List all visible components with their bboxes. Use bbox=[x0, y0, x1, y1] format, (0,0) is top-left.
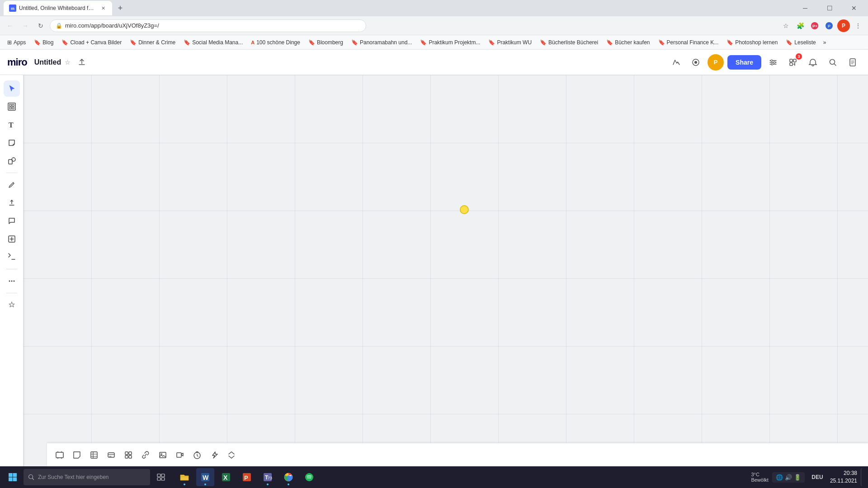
bottom-collapse-button[interactable] bbox=[224, 448, 239, 462]
svg-rect-11 bbox=[790, 59, 793, 62]
taskbar-chrome-button[interactable] bbox=[279, 468, 297, 486]
bookmark-buecherliste[interactable]: 🔖 Bücherliste Bücherei bbox=[536, 38, 602, 47]
bookmark-blog-label: Blog bbox=[42, 39, 53, 46]
bookmark-social[interactable]: 🔖 Social Media Mana... bbox=[180, 38, 246, 47]
bookmark-canva[interactable]: 🔖 Cload + Canva Bilder bbox=[58, 38, 125, 47]
language-indicator[interactable]: DEU bbox=[808, 468, 826, 486]
bookmark-praktikum-wu[interactable]: 🔖 Praktikum WU bbox=[485, 38, 535, 47]
bookmark-praktikum-proj[interactable]: 🔖 Praktikum Projektm... bbox=[416, 38, 484, 47]
frames-tool-button[interactable] bbox=[4, 99, 20, 115]
browser-menu-button[interactable]: ⋮ bbox=[852, 19, 864, 32]
notifications-button[interactable] bbox=[805, 54, 821, 70]
taskbar-explorer-button[interactable] bbox=[175, 468, 193, 486]
bookmark-photoshop[interactable]: 🔖 Photoshop lernen bbox=[723, 38, 781, 47]
taskbar-teams-button[interactable]: T 73 bbox=[259, 468, 277, 486]
bookmark-apps[interactable]: ⊞ Apps bbox=[4, 38, 29, 47]
minimize-button[interactable]: ─ bbox=[795, 0, 816, 16]
embed-tool-button[interactable] bbox=[4, 249, 20, 265]
taskbar-search[interactable]: Zur Suche Text hier eingeben bbox=[24, 469, 150, 485]
extension-1-button[interactable]: P+ bbox=[808, 19, 821, 32]
bookmark-dinner[interactable]: 🔖 Dinner & Crime bbox=[126, 38, 179, 47]
bottom-bolt-button[interactable] bbox=[207, 448, 222, 462]
svg-text:73: 73 bbox=[268, 476, 272, 480]
bottom-sticky-button[interactable] bbox=[70, 448, 84, 462]
taskbar-spotify-button[interactable] bbox=[300, 468, 318, 486]
back-button[interactable]: ← bbox=[4, 19, 16, 32]
bookmark-buecher-kaufen-label: Bücher kaufen bbox=[615, 39, 650, 46]
svg-text:P+: P+ bbox=[812, 24, 817, 28]
ai-tool-button[interactable] bbox=[4, 297, 20, 313]
taskbar-clock[interactable]: 20:38 25.11.2021 bbox=[830, 469, 857, 485]
svg-point-7 bbox=[694, 61, 697, 64]
task-view-button[interactable] bbox=[152, 468, 170, 486]
taskbar-weather[interactable]: 3°C Bewölkt bbox=[750, 468, 769, 486]
cursor-tool-button[interactable] bbox=[688, 54, 704, 70]
extensions-button[interactable]: 🧩 bbox=[794, 19, 807, 32]
bottom-video-button[interactable] bbox=[173, 448, 187, 462]
tab-bar: m Untitled, Online Whiteboard for ... ✕ … bbox=[0, 0, 868, 16]
search-button[interactable] bbox=[825, 54, 841, 70]
new-tab-button[interactable]: + bbox=[114, 2, 127, 14]
system-tray[interactable]: 🌐 🔊 🔋 bbox=[772, 472, 805, 483]
bottom-frames-button[interactable] bbox=[52, 448, 67, 462]
bottom-image-button[interactable] bbox=[156, 448, 170, 462]
svg-point-27 bbox=[13, 281, 14, 282]
lock-icon: 🔒 bbox=[56, 23, 62, 29]
taskbar-powerpoint-button[interactable]: P bbox=[238, 468, 256, 486]
pen-tool-button[interactable] bbox=[4, 177, 20, 193]
bottom-card-button[interactable] bbox=[104, 448, 118, 462]
bookmark-praktikum-wu-label: Praktikum WU bbox=[497, 39, 532, 46]
canvas[interactable]: 100% bbox=[24, 75, 868, 466]
bottom-layout-button[interactable] bbox=[121, 448, 136, 462]
profile-extension-button[interactable]: P bbox=[823, 19, 835, 32]
svg-point-9 bbox=[774, 61, 775, 63]
bookmark-star-button[interactable]: ☆ bbox=[779, 19, 792, 32]
more-tools-button[interactable] bbox=[4, 273, 20, 289]
board-settings-button[interactable] bbox=[765, 54, 781, 70]
bookmark-finance[interactable]: 🔖 Personal Finance K... bbox=[655, 38, 722, 47]
bottom-table-button[interactable] bbox=[87, 448, 101, 462]
url-input[interactable]: 🔒 miro.com/app/board/uXjVOf8yZ3g=/ bbox=[50, 19, 366, 32]
text-tool-button[interactable]: T bbox=[4, 117, 20, 133]
bookmark-100[interactable]: A 100 schöne Dinge bbox=[247, 38, 304, 47]
collaborators-button[interactable] bbox=[668, 54, 684, 70]
show-desktop-button[interactable] bbox=[861, 468, 864, 486]
notification-badge-count: 3 bbox=[796, 53, 802, 60]
marker-tool-button[interactable] bbox=[4, 195, 20, 211]
maximize-button[interactable]: ☐ bbox=[819, 0, 840, 16]
forward-button[interactable]: → bbox=[19, 19, 32, 32]
tab-close-button[interactable]: ✕ bbox=[99, 5, 107, 12]
bookmark-blog[interactable]: 🔖 Blog bbox=[30, 38, 57, 47]
docs-button[interactable] bbox=[844, 54, 861, 70]
close-button[interactable]: ✕ bbox=[844, 0, 864, 16]
window-controls: ─ ☐ ✕ bbox=[795, 0, 864, 16]
bookmark-buecher-kaufen[interactable]: 🔖 Bücher kaufen bbox=[603, 38, 653, 47]
bookmark-more-button[interactable]: » bbox=[821, 38, 829, 47]
share-button[interactable]: Share bbox=[727, 55, 761, 70]
bottom-timer-button[interactable] bbox=[190, 448, 204, 462]
taskbar-word-button[interactable]: W bbox=[196, 468, 214, 486]
taskbar-excel-button[interactable]: X bbox=[217, 468, 235, 486]
insert-tool-button[interactable] bbox=[4, 231, 20, 247]
active-user-avatar[interactable]: P bbox=[708, 54, 724, 70]
active-tab[interactable]: m Untitled, Online Whiteboard for ... ✕ bbox=[4, 1, 112, 15]
url-text: miro.com/app/board/uXjVOf8yZ3g=/ bbox=[65, 22, 159, 29]
sticky-note-tool-button[interactable] bbox=[4, 135, 20, 151]
app-content: miro Untitled ☆ bbox=[0, 50, 868, 466]
shapes-tool-button[interactable] bbox=[4, 153, 20, 169]
bottom-link-button[interactable] bbox=[138, 448, 153, 462]
bookmark-panorama[interactable]: 🔖 Panoramabahn und... bbox=[348, 38, 415, 47]
bookmark-bloomberg[interactable]: 🔖 Bloomberg bbox=[305, 38, 347, 47]
integrations-button[interactable]: 3 bbox=[785, 54, 801, 70]
board-title-text[interactable]: Untitled bbox=[34, 58, 61, 66]
svg-rect-31 bbox=[125, 452, 128, 455]
refresh-button[interactable]: ↻ bbox=[34, 19, 47, 32]
select-tool-button[interactable] bbox=[4, 80, 20, 97]
comment-tool-button[interactable] bbox=[4, 213, 20, 229]
bookmark-bloomberg-label: Bloomberg bbox=[317, 39, 343, 46]
bookmark-leseliste[interactable]: 🔖 Leseliste bbox=[782, 38, 819, 47]
windows-start-button[interactable] bbox=[4, 468, 22, 486]
profile-button[interactable]: P bbox=[837, 19, 850, 32]
star-favorite-icon[interactable]: ☆ bbox=[65, 59, 71, 66]
upload-icon[interactable] bbox=[78, 58, 86, 66]
